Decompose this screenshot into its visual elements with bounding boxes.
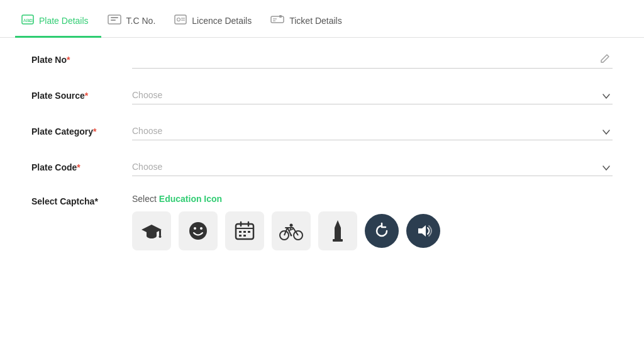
plate-category-required: * <box>93 126 96 137</box>
plate-source-select[interactable]: Choose <box>132 86 613 104</box>
captcha-monument-btn[interactable] <box>318 211 357 250</box>
tab-licence-details-label: Licence Details <box>192 16 252 26</box>
captcha-smiley-btn[interactable] <box>179 211 218 250</box>
svg-point-17 <box>189 222 207 240</box>
licence-icon <box>174 14 187 27</box>
svg-point-33 <box>290 224 293 227</box>
plate-code-field: Choose <box>132 158 613 176</box>
svg-rect-5 <box>111 20 116 21</box>
plate-details-icon: ABC 123 <box>21 14 34 27</box>
plate-source-row: Plate Source* Choose <box>31 86 613 104</box>
captcha-row: Select Captcha* Select Education Icon <box>31 194 613 250</box>
tab-tc-no-label: T.C No. <box>126 16 156 26</box>
captcha-graduation-btn[interactable] <box>132 211 171 250</box>
svg-rect-15 <box>159 230 161 236</box>
svg-point-18 <box>194 227 196 230</box>
svg-rect-28 <box>243 235 246 237</box>
svg-rect-25 <box>243 231 246 233</box>
plate-category-row: Plate Category* Choose <box>31 122 613 140</box>
plate-source-field: Choose <box>132 86 613 104</box>
dropdown-icon-source <box>602 90 610 101</box>
svg-rect-35 <box>335 228 341 239</box>
tab-bar: ABC 123 Plate Details T.C No. <box>0 0 644 38</box>
svg-rect-10 <box>271 16 284 23</box>
plate-no-input[interactable] <box>132 50 613 69</box>
svg-rect-26 <box>248 231 250 233</box>
tab-ticket-details[interactable]: Ticket Details <box>264 14 355 38</box>
ticket-icon <box>270 14 284 27</box>
plate-category-field: Choose <box>132 122 613 140</box>
svg-rect-24 <box>239 231 242 233</box>
plate-no-row: Plate No* <box>31 50 613 69</box>
plate-no-label: Plate No* <box>31 55 132 65</box>
plate-source-label: Plate Source* <box>31 91 132 101</box>
tab-plate-details-label: Plate Details <box>39 16 89 26</box>
plate-category-select[interactable]: Choose <box>132 122 613 140</box>
captcha-content: Select Education Icon <box>132 194 613 250</box>
edit-icon[interactable] <box>600 53 610 66</box>
svg-text:123: 123 <box>28 19 34 23</box>
captcha-volume-btn[interactable] <box>406 214 440 248</box>
dropdown-icon-category <box>602 126 610 137</box>
svg-rect-27 <box>239 235 242 237</box>
form-area: Plate No* Plate Source* Choose <box>0 38 644 358</box>
plate-no-field <box>132 50 613 69</box>
captcha-refresh-btn[interactable] <box>365 214 399 248</box>
tab-plate-details[interactable]: ABC 123 Plate Details <box>15 14 101 38</box>
plate-code-row: Plate Code* Choose <box>31 158 613 176</box>
page-container: ABC 123 Plate Details T.C No. <box>0 0 644 358</box>
svg-point-32 <box>291 235 292 237</box>
captcha-icons <box>132 211 613 250</box>
tc-no-icon <box>108 14 121 27</box>
svg-point-16 <box>159 235 162 238</box>
captcha-calendar-btn[interactable] <box>225 211 264 250</box>
tab-ticket-details-label: Ticket Details <box>289 16 342 26</box>
captcha-required: * <box>94 196 97 206</box>
captcha-prompt: Select Education Icon <box>132 194 613 204</box>
captcha-bicycle-btn[interactable] <box>272 211 311 250</box>
plate-code-label: Plate Code* <box>31 162 132 172</box>
tab-tc-no[interactable]: T.C No. <box>101 14 169 38</box>
plate-code-required: * <box>77 162 80 172</box>
svg-point-19 <box>200 227 203 230</box>
captcha-highlight: Education Icon <box>159 194 222 204</box>
plate-code-select[interactable]: Choose <box>132 158 613 176</box>
plate-source-required: * <box>85 91 88 101</box>
svg-point-7 <box>177 18 180 21</box>
svg-marker-37 <box>418 225 426 237</box>
svg-rect-36 <box>333 239 343 242</box>
svg-rect-13 <box>279 15 282 18</box>
tab-licence-details[interactable]: Licence Details <box>168 14 264 38</box>
plate-no-required: * <box>67 55 70 65</box>
svg-rect-4 <box>111 17 118 18</box>
dropdown-icon-code <box>602 162 610 173</box>
svg-marker-34 <box>335 220 341 228</box>
captcha-label: Select Captcha* <box>31 194 132 206</box>
plate-category-label: Plate Category* <box>31 126 132 137</box>
